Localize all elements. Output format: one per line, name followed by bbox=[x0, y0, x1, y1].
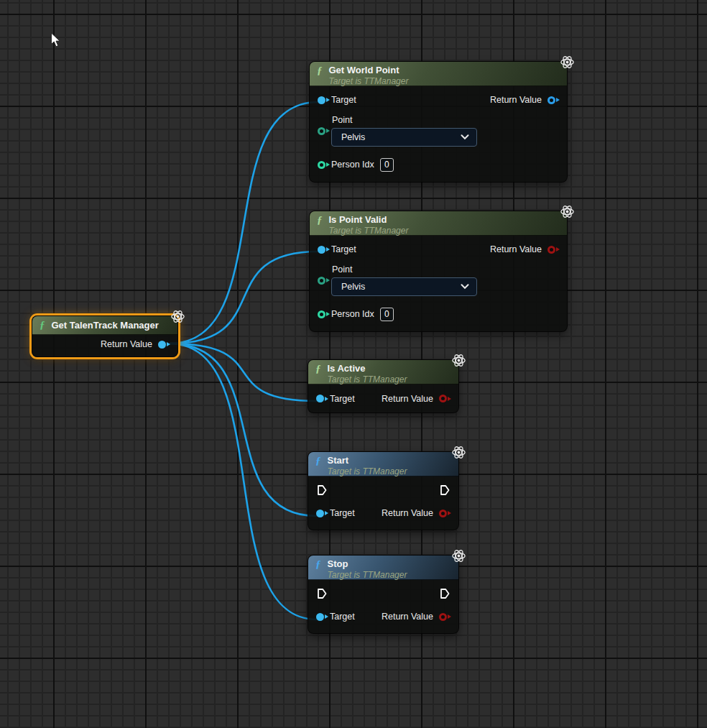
pin-label-target: Target bbox=[330, 508, 355, 518]
pin-target-object[interactable] bbox=[316, 613, 324, 621]
pin-label-person-idx: Person Idx bbox=[331, 309, 374, 319]
pin-label-return-value: Return Value bbox=[382, 394, 433, 404]
pin-label-target: Target bbox=[331, 244, 356, 254]
node-title: Stop bbox=[328, 558, 407, 570]
pin-target-object[interactable] bbox=[316, 510, 324, 517]
pin-label-return-value: Return Value bbox=[490, 95, 542, 105]
reflection-icon bbox=[559, 203, 576, 220]
pin-return-value-object[interactable] bbox=[158, 341, 166, 349]
pin-label-target: Target bbox=[330, 394, 355, 404]
wire-to-is-active[interactable] bbox=[170, 344, 317, 401]
point-enum-dropdown[interactable]: Pelvis bbox=[331, 277, 477, 296]
pin-return-value-object[interactable] bbox=[547, 96, 555, 104]
node-title: Is Point Valid bbox=[329, 214, 409, 226]
node-title: Get World Point bbox=[329, 65, 409, 76]
pin-label-target: Target bbox=[330, 612, 355, 622]
pin-label-return-value: Return Value bbox=[382, 612, 433, 622]
point-enum-value: Pelvis bbox=[341, 132, 461, 142]
node-header[interactable]: ƒ Get World Point Target is TTManager bbox=[310, 62, 567, 86]
wire-to-get-world-point[interactable] bbox=[170, 102, 318, 344]
wire-to-is-point-valid[interactable] bbox=[170, 252, 318, 344]
pin-label-point: Point bbox=[332, 264, 477, 275]
pin-return-value-bool[interactable] bbox=[547, 246, 555, 254]
reflection-icon bbox=[170, 308, 186, 325]
chevron-down-icon bbox=[461, 282, 469, 292]
node-title: Start bbox=[328, 455, 407, 466]
exec-out-pin[interactable] bbox=[440, 588, 450, 602]
pin-label-person-idx: Person Idx bbox=[331, 160, 374, 170]
node-title: Is Active bbox=[328, 363, 407, 374]
reflection-icon bbox=[450, 444, 467, 461]
pin-label-return-value: Return Value bbox=[101, 339, 152, 349]
reflection-icon bbox=[450, 548, 467, 564]
node-subtitle: Target is TTManager bbox=[328, 570, 407, 581]
node-header[interactable]: ƒ Is Point Valid Target is TTManager bbox=[310, 211, 567, 236]
function-icon: ƒ bbox=[40, 319, 45, 331]
pin-point-enum[interactable] bbox=[318, 127, 325, 135]
node-header[interactable]: ƒ Stop Target is TTManager bbox=[308, 556, 458, 580]
node-is-active[interactable]: ƒ Is Active Target is TTManager Target R… bbox=[308, 359, 459, 413]
pin-target-object[interactable] bbox=[318, 246, 325, 254]
node-stop[interactable]: ƒ Stop Target is TTManager Target Return… bbox=[308, 555, 459, 634]
pin-label-target: Target bbox=[331, 95, 356, 105]
node-title: Get TalenTrack Manager bbox=[52, 320, 159, 331]
pin-person-idx-int[interactable] bbox=[318, 310, 325, 318]
node-header[interactable]: ƒ Is Active Target is TTManager bbox=[308, 360, 458, 384]
node-subtitle: Target is TTManager bbox=[329, 76, 409, 87]
pin-point-enum[interactable] bbox=[318, 277, 325, 285]
pin-label-point: Point bbox=[332, 115, 477, 125]
node-subtitle: Target is TTManager bbox=[329, 226, 409, 236]
pin-target-object[interactable] bbox=[318, 96, 325, 104]
function-icon: ƒ bbox=[315, 455, 321, 467]
pin-label-return-value: Return Value bbox=[490, 244, 542, 254]
person-idx-input[interactable]: 0 bbox=[380, 158, 394, 172]
chevron-down-icon bbox=[461, 132, 469, 142]
node-subtitle: Target is TTManager bbox=[328, 466, 407, 477]
reflection-icon bbox=[559, 54, 576, 70]
point-enum-dropdown[interactable]: Pelvis bbox=[331, 128, 477, 147]
point-enum-value: Pelvis bbox=[341, 282, 461, 292]
node-subtitle: Target is TTManager bbox=[328, 374, 407, 385]
node-get-talentrack-manager[interactable]: ƒ Get TalenTrack Manager Return Value bbox=[32, 315, 178, 357]
function-icon: ƒ bbox=[315, 363, 321, 375]
mouse-cursor bbox=[50, 32, 61, 51]
function-icon: ƒ bbox=[317, 214, 323, 226]
reflection-icon bbox=[450, 352, 467, 369]
exec-in-pin[interactable] bbox=[317, 484, 327, 499]
exec-in-pin[interactable] bbox=[317, 588, 327, 602]
node-start[interactable]: ƒ Start Target is TTManager Target Retur… bbox=[308, 451, 459, 530]
pin-label-return-value: Return Value bbox=[382, 508, 433, 518]
node-get-world-point[interactable]: ƒ Get World Point Target is TTManager Ta… bbox=[309, 61, 568, 183]
pin-return-value-bool[interactable] bbox=[439, 613, 447, 621]
person-idx-input[interactable]: 0 bbox=[380, 308, 394, 321]
pin-return-value-bool[interactable] bbox=[439, 510, 447, 517]
function-icon: ƒ bbox=[317, 65, 323, 77]
exec-out-pin[interactable] bbox=[440, 484, 450, 499]
node-header[interactable]: ƒ Start Target is TTManager bbox=[308, 452, 458, 476]
node-is-point-valid[interactable]: ƒ Is Point Valid Target is TTManager Tar… bbox=[309, 211, 568, 332]
wire-to-stop[interactable] bbox=[170, 344, 317, 619]
function-icon: ƒ bbox=[315, 558, 321, 571]
blueprint-graph-canvas[interactable]: ƒ Get TalenTrack Manager Return Value ƒ … bbox=[0, 0, 707, 728]
pin-person-idx-int[interactable] bbox=[318, 161, 325, 169]
pin-return-value-bool[interactable] bbox=[439, 395, 447, 402]
wire-to-start[interactable] bbox=[170, 344, 317, 516]
pin-target-object[interactable] bbox=[316, 395, 324, 402]
node-header[interactable]: ƒ Get TalenTrack Manager bbox=[32, 316, 177, 335]
